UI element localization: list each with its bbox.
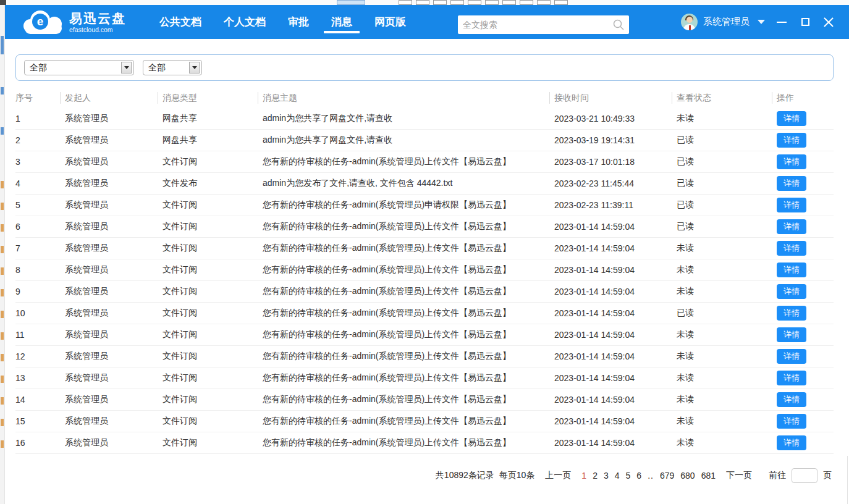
cell-sender: 系统管理员 (65, 264, 163, 275)
background-window-artifact (337, 0, 365, 5)
page-number[interactable]: 681 (701, 471, 716, 481)
cell-sender: 系统管理员 (65, 351, 163, 362)
cell-type: 文件订阅 (163, 351, 263, 362)
cell-no: 1 (15, 114, 65, 124)
cell-status: 未读 (677, 416, 777, 427)
close-icon[interactable] (823, 17, 834, 28)
detail-button[interactable]: 详情 (777, 241, 806, 256)
cell-action: 详情 (777, 306, 834, 321)
cell-time: 2023-01-14 14:59:04 (554, 416, 677, 426)
cell-time: 2023-01-14 14:59:04 (554, 222, 677, 232)
cell-type: 文件订阅 (163, 243, 263, 254)
cell-sender: 系统管理员 (65, 372, 163, 384)
background-window-artifact (433, 0, 447, 5)
page-number[interactable]: 2 (593, 471, 598, 481)
cell-status: 已读 (677, 178, 777, 189)
cell-sender: 系统管理员 (65, 178, 163, 189)
next-page-button[interactable]: 下一页 (726, 470, 752, 481)
cell-time: 2023-01-14 14:59:04 (554, 395, 677, 405)
column-header: 消息主题 (263, 93, 554, 104)
page-number[interactable]: 679 (660, 471, 674, 481)
detail-button[interactable]: 详情 (777, 133, 806, 148)
page-number[interactable]: 5 (626, 471, 631, 481)
page-number[interactable]: 680 (680, 471, 695, 481)
total-records-label: 共10892条记录 (436, 470, 494, 481)
minimize-icon[interactable] (776, 17, 787, 28)
detail-button[interactable]: 详情 (777, 306, 806, 321)
detail-button[interactable]: 详情 (777, 435, 806, 450)
background-window-artifact (0, 0, 6, 5)
pagination: 共10892条记录 每页10条 上一页 123456..679680681 下一… (5, 468, 832, 483)
column-header: 序号 (15, 93, 65, 104)
cell-subject: 您有新的待审核的任务-admin(系统管理员)上传文件【易迅云盘】 (263, 156, 554, 167)
detail-button[interactable]: 详情 (777, 198, 806, 212)
per-page-label: 每页10条 (499, 470, 535, 481)
cell-time: 2023-02-23 11:39:11 (554, 200, 677, 210)
page-number[interactable]: 3 (604, 471, 609, 481)
prev-page-button[interactable]: 上一页 (545, 470, 571, 481)
table-body: 1系统管理员网盘共享admin为您共享了网盘文件,请查收2023-03-21 1… (15, 108, 834, 454)
nav-tab-5[interactable]: 网页版 (373, 5, 408, 39)
search-box (458, 15, 629, 34)
cell-no: 4 (15, 178, 65, 188)
cell-action: 详情 (777, 219, 834, 234)
cell-status: 已读 (677, 135, 777, 146)
detail-button[interactable]: 详情 (777, 371, 806, 385)
detail-button[interactable]: 详情 (777, 284, 806, 299)
cell-subject: admin为您发布了文件,请查收, 文件包含 44442.txt (263, 178, 554, 189)
nav-tab-3[interactable]: 审批 (286, 5, 311, 39)
nav-tab-4[interactable]: 消息 (329, 5, 354, 39)
chevron-down-icon[interactable] (121, 62, 132, 74)
cell-status: 已读 (677, 308, 777, 319)
cell-no: 7 (15, 243, 65, 253)
search-icon[interactable] (612, 19, 625, 31)
nav-tabs: 公共文档个人文档审批消息网页版 (158, 5, 408, 39)
table-header: 序号发起人消息类型消息主题接收时间查看状态操作 (15, 88, 834, 108)
background-window-artifact (1, 87, 4, 94)
cell-action: 详情 (777, 241, 834, 256)
cell-sender: 系统管理员 (65, 243, 163, 254)
background-window-artifact (1, 127, 4, 135)
nav-tab-2[interactable]: 个人文档 (222, 5, 268, 39)
cell-type: 文件订阅 (163, 264, 263, 275)
detail-button[interactable]: 详情 (777, 392, 806, 407)
filter-bar: 全部 全部 (15, 54, 834, 81)
chevron-down-icon[interactable] (758, 20, 765, 24)
chevron-down-icon[interactable] (189, 62, 200, 74)
maximize-icon[interactable] (800, 17, 811, 28)
detail-button[interactable]: 详情 (777, 176, 806, 191)
cell-type: 文件订阅 (163, 308, 263, 319)
detail-button[interactable]: 详情 (777, 262, 806, 277)
page-number[interactable]: 6 (636, 471, 641, 481)
cell-sender: 系统管理员 (65, 221, 163, 232)
detail-button[interactable]: 详情 (777, 154, 806, 169)
cell-no: 9 (15, 287, 65, 296)
nav-tab-1[interactable]: 公共文档 (158, 5, 203, 39)
cell-no: 12 (15, 351, 65, 361)
cell-action: 详情 (777, 414, 834, 429)
detail-button[interactable]: 详情 (777, 349, 806, 364)
page-number[interactable]: 4 (615, 471, 620, 481)
background-window-artifact (485, 0, 499, 5)
detail-button[interactable]: 详情 (777, 327, 806, 342)
read-status-select[interactable]: 全部 (143, 60, 202, 75)
table-row: 6系统管理员文件订阅您有新的待审核的任务-admin(系统管理员)上传文件【易迅… (15, 216, 834, 238)
goto-page-input[interactable] (792, 468, 817, 483)
cell-time: 2023-01-14 14:59:04 (554, 351, 677, 361)
page-number[interactable]: 1 (581, 471, 586, 481)
cell-no: 16 (15, 438, 65, 448)
search-input[interactable] (458, 20, 612, 30)
table-row: 11系统管理员文件订阅您有新的待审核的任务-admin(系统管理员)上传文件【易… (15, 324, 834, 346)
cell-subject: 您有新的待审核的任务-admin(系统管理员)上传文件【易迅云盘】 (263, 286, 554, 297)
detail-button[interactable]: 详情 (777, 414, 806, 429)
cell-action: 详情 (777, 284, 834, 299)
detail-button[interactable]: 详情 (777, 219, 806, 234)
page-ellipsis: .. (648, 471, 654, 481)
background-window-artifact (1, 440, 4, 448)
cell-sender: 系统管理员 (65, 416, 163, 427)
message-type-select[interactable]: 全部 (24, 60, 134, 75)
user-menu[interactable]: 系统管理员 (681, 5, 765, 39)
background-window-artifact (416, 0, 429, 5)
detail-button[interactable]: 详情 (777, 111, 806, 126)
cell-action: 详情 (777, 133, 834, 148)
